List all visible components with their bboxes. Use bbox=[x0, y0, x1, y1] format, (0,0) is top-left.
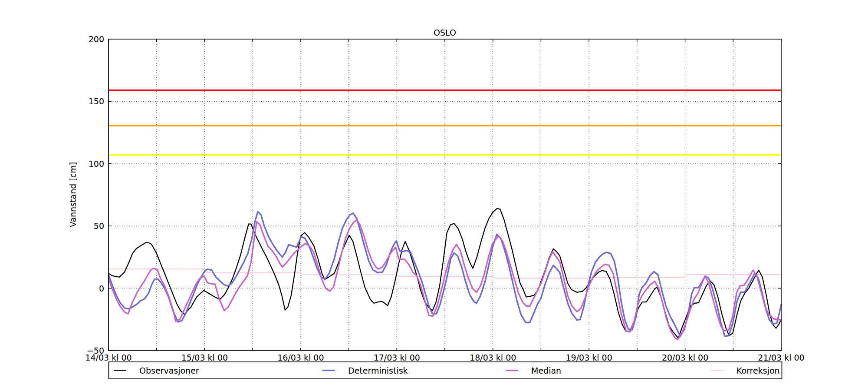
water-level-forecast-figure: OSLO Vannstand [cm] 14/03 kl 0015/03 kl … bbox=[0, 0, 868, 391]
legend-label-median: Median bbox=[531, 366, 561, 375]
x-tick-label: 20/03 kl 00 bbox=[662, 353, 708, 362]
y-tick-label: −50 bbox=[87, 346, 104, 355]
legend-label-observasjoner: Observasjoner bbox=[139, 366, 199, 375]
x-tick-label: 21/03 kl 00 bbox=[758, 353, 804, 362]
y-tick-label: 100 bbox=[89, 159, 104, 169]
legend-label-deterministisk: Deterministisk bbox=[348, 366, 408, 375]
x-tick-label: 19/03 kl 00 bbox=[566, 353, 612, 362]
x-tick-label: 17/03 kl 00 bbox=[374, 353, 420, 362]
plot-border bbox=[108, 39, 781, 351]
y-tick-label: 150 bbox=[89, 96, 104, 106]
legend-box bbox=[109, 362, 782, 379]
legend-label-korreksjon: Korreksjon bbox=[736, 366, 780, 375]
x-tick-label: 16/03 kl 00 bbox=[277, 353, 324, 362]
x-tick-label: 15/03 kl 00 bbox=[181, 353, 228, 362]
x-tick-label: 18/03 kl 00 bbox=[470, 353, 516, 362]
y-tick-label: 50 bbox=[94, 221, 104, 231]
series-line-median bbox=[108, 220, 781, 339]
y-tick-label: 0 bbox=[99, 284, 104, 293]
water-level-chart: 14/03 kl 0015/03 kl 0016/03 kl 0017/03 k… bbox=[0, 0, 868, 391]
y-tick-label: 200 bbox=[89, 34, 104, 44]
